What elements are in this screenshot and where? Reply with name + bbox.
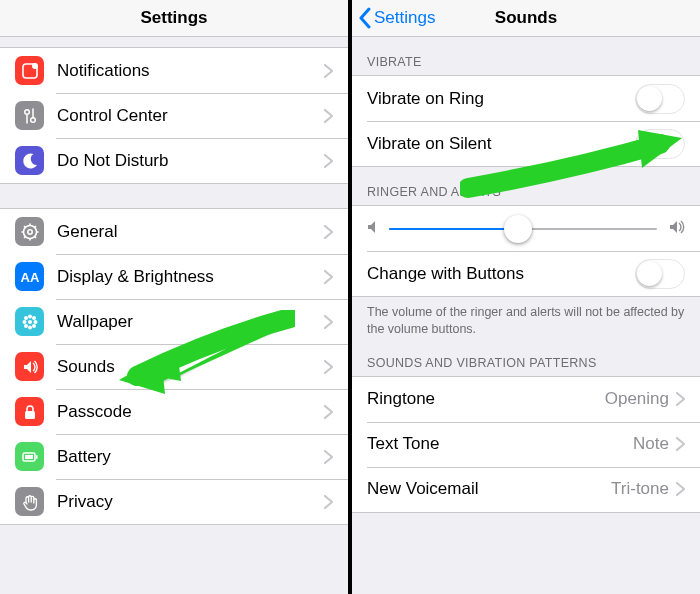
row-new-voicemail[interactable]: New Voicemail Tri-tone [352, 467, 700, 512]
settings-row-privacy[interactable]: Privacy [0, 479, 348, 524]
row-label: New Voicemail [367, 479, 611, 499]
chevron-right-icon [676, 392, 685, 406]
settings-row-label: Battery [57, 447, 324, 467]
row-vibrate-on-ring: Vibrate on Ring [352, 76, 700, 121]
toggle-vibrate-on-silent[interactable] [635, 129, 685, 159]
row-label: Vibrate on Silent [367, 134, 635, 154]
slider-knob[interactable] [504, 215, 532, 243]
aa-icon [15, 262, 44, 291]
settings-row-sounds[interactable]: Sounds [0, 344, 348, 389]
group-header-vibrate: Vibrate [352, 37, 700, 75]
settings-row-display[interactable]: Display & Brightness [0, 254, 348, 299]
toggle-change-with-buttons[interactable] [635, 259, 685, 289]
settings-row-label: Privacy [57, 492, 324, 512]
navbar-right: Settings Sounds [352, 0, 700, 37]
speaker-icon [15, 352, 44, 381]
notifications-icon [15, 56, 44, 85]
row-label: Text Tone [367, 434, 633, 454]
chevron-right-icon [324, 154, 333, 168]
chevron-right-icon [324, 450, 333, 464]
group-header-patterns: Sounds and Vibration Patterns [352, 346, 700, 376]
settings-row-label: Wallpaper [57, 312, 324, 332]
chevron-right-icon [324, 64, 333, 78]
settings-row-label: Sounds [57, 357, 324, 377]
row-value: Note [633, 434, 669, 454]
back-label: Settings [374, 8, 435, 28]
settings-row-notifications[interactable]: Notifications [0, 48, 348, 93]
chevron-right-icon [324, 270, 333, 284]
row-volume-slider [352, 206, 700, 251]
settings-row-wallpaper[interactable]: Wallpaper [0, 299, 348, 344]
nav-title-left: Settings [140, 8, 207, 28]
control-center-icon [15, 101, 44, 130]
settings-group-2: General Display & Brightness Wallpaper S… [0, 208, 348, 525]
volume-slider[interactable] [389, 228, 657, 230]
row-text-tone[interactable]: Text Tone Note [352, 422, 700, 467]
settings-row-do-not-disturb[interactable]: Do Not Disturb [0, 138, 348, 183]
settings-group-1: Notifications Control Center Do Not Dist… [0, 47, 348, 184]
settings-row-label: Passcode [57, 402, 324, 422]
row-value: Tri-tone [611, 479, 669, 499]
group-header-ringer: Ringer and Alerts [352, 167, 700, 205]
chevron-right-icon [324, 315, 333, 329]
settings-row-label: General [57, 222, 324, 242]
row-label: Change with Buttons [367, 264, 635, 284]
row-label: Ringtone [367, 389, 605, 409]
battery-icon [15, 442, 44, 471]
back-button[interactable]: Settings [358, 0, 435, 36]
group-footer-ringer: The volume of the ringer and alerts will… [352, 297, 700, 346]
row-ringtone[interactable]: Ringtone Opening [352, 377, 700, 422]
settings-row-passcode[interactable]: Passcode [0, 389, 348, 434]
speaker-low-icon [367, 219, 377, 239]
settings-row-control-center[interactable]: Control Center [0, 93, 348, 138]
row-vibrate-on-silent: Vibrate on Silent [352, 121, 700, 166]
lock-icon [15, 397, 44, 426]
chevron-right-icon [324, 405, 333, 419]
navbar-left: Settings [0, 0, 348, 37]
settings-row-label: Control Center [57, 106, 324, 126]
chevron-right-icon [324, 225, 333, 239]
flower-icon [15, 307, 44, 336]
ringer-group: Change with Buttons [352, 205, 700, 297]
chevron-right-icon [676, 482, 685, 496]
nav-title-right: Sounds [495, 8, 557, 28]
row-label: Vibrate on Ring [367, 89, 635, 109]
speaker-high-icon [669, 219, 685, 239]
hand-icon [15, 487, 44, 516]
settings-row-label: Do Not Disturb [57, 151, 324, 171]
settings-pane: Settings Notifications Control Center Do… [0, 0, 348, 594]
patterns-group: Ringtone Opening Text Tone Note New Voic… [352, 376, 700, 513]
moon-icon [15, 146, 44, 175]
chevron-right-icon [324, 495, 333, 509]
chevron-right-icon [324, 109, 333, 123]
chevron-right-icon [324, 360, 333, 374]
chevron-right-icon [676, 437, 685, 451]
vibrate-group: Vibrate on Ring Vibrate on Silent [352, 75, 700, 167]
settings-row-label: Display & Brightness [57, 267, 324, 287]
row-value: Opening [605, 389, 669, 409]
settings-row-battery[interactable]: Battery [0, 434, 348, 479]
settings-row-general[interactable]: General [0, 209, 348, 254]
sounds-pane: Settings Sounds Vibrate Vibrate on Ring … [352, 0, 700, 594]
row-change-with-buttons: Change with Buttons [352, 251, 700, 296]
toggle-vibrate-on-ring[interactable] [635, 84, 685, 114]
gear-icon [15, 217, 44, 246]
chevron-left-icon [358, 7, 371, 29]
settings-row-label: Notifications [57, 61, 324, 81]
